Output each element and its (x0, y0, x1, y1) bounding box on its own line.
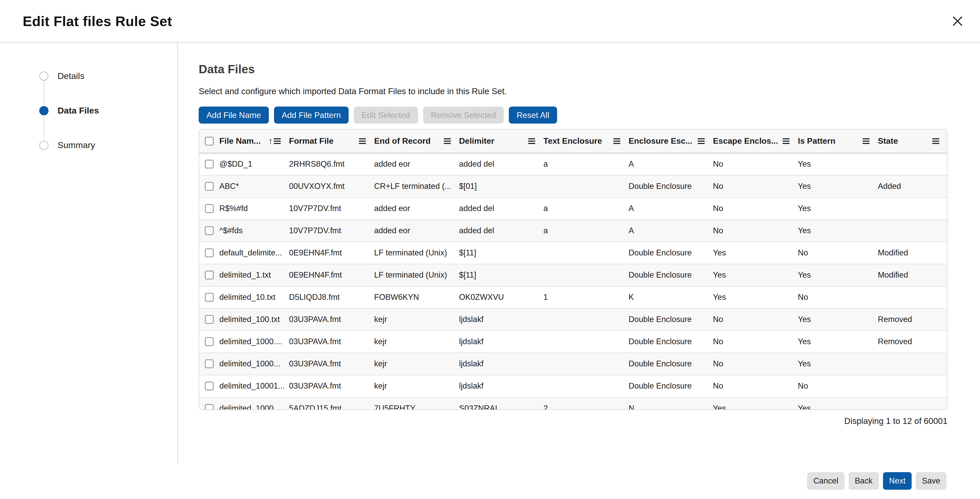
pagination-status: Displaying 1 to 12 of 60001 (199, 416, 948, 426)
row-checkbox[interactable] (205, 204, 214, 213)
table-cell: CR+LF terminated (... (374, 175, 458, 197)
row-checkbox[interactable] (205, 293, 214, 302)
column-header[interactable]: File Nam...↑ (219, 130, 288, 153)
table-cell: default_delimite... (219, 242, 288, 264)
column-header-label: Format File (289, 136, 359, 146)
table-cell (543, 331, 628, 353)
column-menu-icon[interactable] (528, 137, 535, 145)
table-cell: added eor (374, 197, 458, 219)
column-header-label: Delimiter (459, 136, 528, 146)
table-row[interactable]: delimited_100.txt03U3PAVA.fmtkejrljdslak… (199, 308, 947, 331)
table-cell: 03U3PAVA.fmt (288, 331, 374, 353)
column-menu-icon[interactable] (444, 137, 451, 145)
column-header[interactable]: Delimiter (458, 130, 543, 153)
column-menu-icon[interactable] (613, 137, 620, 145)
step-data-files[interactable]: Data Files (39, 105, 177, 116)
table-cell: $[01] (458, 175, 543, 197)
column-menu-icon[interactable] (783, 137, 789, 145)
row-checkbox[interactable] (205, 315, 214, 324)
row-checkbox[interactable] (205, 381, 214, 390)
table-row[interactable]: @$DD_12RHRS8Q6.fmtadded eoradded delaANo… (199, 153, 947, 175)
select-all-checkbox[interactable] (205, 137, 214, 146)
row-checkbox[interactable] (205, 248, 214, 257)
table-row[interactable]: delimited_10001...03U3PAVA.fmtkejrljdsla… (199, 375, 947, 397)
table-cell: $[11] (458, 264, 543, 286)
table-cell: Yes (797, 353, 877, 375)
sort-ascending-icon: ↑ (268, 136, 273, 146)
column-header[interactable]: Enclosure Esc... (628, 130, 713, 153)
table-cell: kejr (374, 331, 458, 353)
row-checkbox[interactable] (205, 404, 214, 410)
step-summary-circle-icon (39, 141, 49, 150)
table-row[interactable]: delimited_1000...5ADZDJ15.fmt7U5FRHTYS03… (199, 397, 947, 410)
column-header-label: End of Record (374, 136, 444, 146)
table-cell: ljdslakf (458, 331, 543, 353)
row-checkbox[interactable] (205, 182, 214, 191)
table-row[interactable]: ABC*00UVXOYX.fmtCR+LF terminated (...$[0… (199, 175, 947, 197)
add-file-name-button[interactable]: Add File Name (199, 106, 269, 124)
table-header-row: File Nam...↑Format FileEnd of RecordDeli… (199, 130, 947, 153)
close-icon (952, 16, 963, 27)
table-cell: No (713, 308, 797, 331)
column-header-label: Is Pattern (798, 136, 862, 146)
step-details[interactable]: Details (39, 71, 177, 81)
table-row[interactable]: delimited_10.txtD5LIQDJ8.fmtFOBW6KYNOK0Z… (199, 286, 947, 308)
column-header-label: State (878, 136, 932, 146)
row-checkbox[interactable] (205, 226, 214, 235)
row-checkbox[interactable] (205, 359, 214, 368)
table-cell: R$%#fd (219, 197, 288, 219)
add-file-pattern-button[interactable]: Add File Pattern (274, 106, 348, 124)
reset-all-button[interactable]: Reset All (509, 106, 557, 124)
table-cell: a (543, 153, 628, 175)
table-cell: 2RHRS8Q6.fmt (288, 153, 374, 175)
table-row[interactable]: delimited_1000....03U3PAVA.fmtkejrljdsla… (199, 331, 947, 353)
table-cell: No (713, 197, 797, 219)
table-cell: Yes (797, 153, 877, 175)
table-cell: Removed (877, 331, 947, 353)
column-menu-icon[interactable] (862, 137, 870, 145)
table-cell: 1 (543, 286, 628, 308)
table-cell: Yes (713, 242, 797, 264)
close-button[interactable] (951, 15, 964, 27)
table-row[interactable]: delimited_1000...03U3PAVA.fmtkejrljdslak… (199, 353, 947, 375)
table-row[interactable]: delimited_1.txt0E9EHN4F.fmtLF terminated… (199, 264, 947, 286)
column-menu-icon[interactable] (698, 137, 705, 145)
column-header[interactable]: End of Record (374, 130, 458, 153)
table-cell: added del (458, 197, 543, 219)
step-summary[interactable]: Summary (39, 140, 177, 150)
table-cell: Yes (713, 286, 797, 308)
table-cell: No (713, 219, 797, 242)
column-menu-icon[interactable] (274, 137, 281, 145)
column-header[interactable]: Is Pattern (797, 130, 877, 153)
table-row[interactable]: default_delimite...0E9EHN4F.fmtLF termin… (199, 242, 947, 264)
table-cell: 10V7P7DV.fmt (288, 219, 374, 242)
column-header[interactable]: Escape Enclos... (713, 130, 797, 153)
toolbar: Add File Name Add File Pattern Edit Sele… (199, 106, 980, 124)
cancel-button[interactable]: Cancel (807, 472, 845, 490)
column-header[interactable]: State (877, 130, 947, 153)
edit-selected-button: Edit Selected (354, 106, 418, 124)
row-checkbox-cell (199, 308, 219, 331)
table-cell: @$DD_1 (219, 153, 288, 175)
table-cell: K (628, 286, 713, 308)
row-checkbox-cell (199, 375, 219, 397)
column-menu-icon[interactable] (932, 137, 939, 145)
table-cell: added eor (374, 153, 458, 175)
save-button[interactable]: Save (916, 472, 947, 490)
table-cell: a (543, 219, 628, 242)
column-header[interactable]: Text Enclosure (543, 130, 628, 153)
row-checkbox[interactable] (205, 160, 214, 168)
table-cell: 7U5FRHTY (374, 397, 458, 410)
modal-header: Edit Flat files Rule Set (0, 0, 980, 43)
column-menu-icon[interactable] (359, 137, 366, 145)
row-checkbox[interactable] (205, 337, 214, 346)
select-all-header-cell (199, 130, 219, 153)
column-header[interactable]: Format File (288, 130, 374, 153)
back-button[interactable]: Back (849, 472, 879, 490)
table-cell (877, 286, 947, 308)
row-checkbox[interactable] (205, 271, 214, 280)
table-cell: delimited_1000... (219, 397, 288, 410)
next-button[interactable]: Next (883, 472, 912, 490)
table-row[interactable]: ^$#fds10V7P7DV.fmtadded eoradded delaANo… (199, 219, 947, 242)
table-row[interactable]: R$%#fd10V7P7DV.fmtadded eoradded delaANo… (199, 197, 947, 219)
